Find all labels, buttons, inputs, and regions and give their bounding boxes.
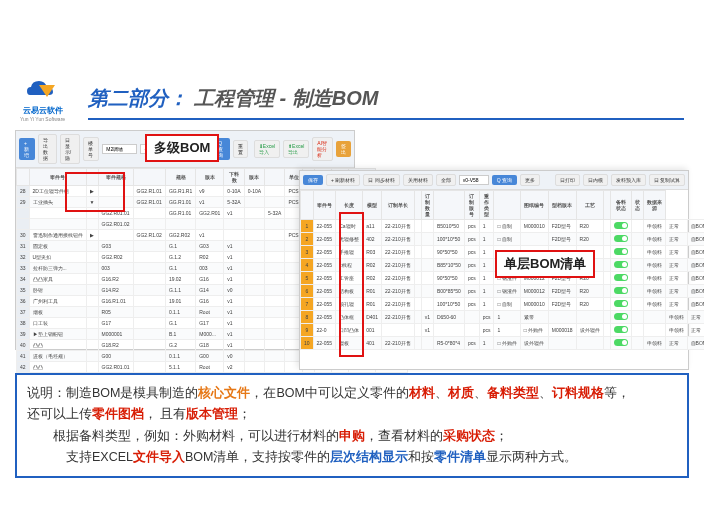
excel-import-button[interactable]: ⬇Excel导入	[254, 140, 280, 158]
toggle-switch[interactable]	[614, 235, 628, 242]
cloud-logo-icon	[25, 75, 61, 103]
export-button[interactable]: 导出数据	[38, 134, 57, 164]
material-button[interactable]: 关用材料	[403, 174, 433, 186]
table-row[interactable]: 222-055无辊修整40222-210开售100*10*50pcs1□ 自制F…	[301, 233, 705, 246]
fields-button[interactable]: 日 显示/隐	[60, 134, 80, 164]
col-header[interactable]: 版本	[244, 169, 264, 186]
toggle-switch[interactable]	[614, 248, 628, 255]
model-input[interactable]	[102, 144, 137, 154]
query2-button[interactable]: Q 查询	[492, 175, 517, 185]
col-header[interactable]: 规格	[165, 169, 195, 186]
col-header[interactable]	[433, 191, 464, 220]
col-header[interactable]	[301, 191, 314, 220]
checkout-button[interactable]: 签出	[336, 141, 351, 157]
toggle-switch[interactable]	[614, 313, 628, 320]
col-header[interactable]	[86, 169, 98, 186]
table-row[interactable]: 822-055凸体框D40122-210开售v1D650-60pcs1紧带申领料…	[301, 311, 705, 324]
table-row[interactable]: 622-055结构板R0122-210开售B00*85*50pcs1□ 钢渣件M…	[301, 285, 705, 298]
col-header[interactable]: 工艺	[576, 191, 603, 220]
col-header[interactable]: 重作类型	[479, 191, 494, 220]
logo-subtext: Yun Yi Yun Software	[15, 116, 70, 122]
table-row[interactable]: 922-0口凹凸体001v1pcs1□ 外购件M000018设外辊件申领料正常自…	[301, 324, 705, 337]
logo-text: 云易云软件	[15, 105, 70, 116]
col-header[interactable]: 图纸编号	[520, 191, 548, 220]
toggle-switch[interactable]	[614, 274, 628, 281]
col-header[interactable]: 订制版号	[464, 191, 479, 220]
version-input[interactable]	[459, 175, 489, 185]
inner-button[interactable]: 日内模	[583, 174, 608, 186]
ai-button[interactable]: AI智能分析	[312, 137, 333, 161]
sync-button[interactable]: 日 同步材料	[363, 174, 399, 186]
col-header[interactable]: 订制数量	[421, 191, 433, 220]
callout-multilevel-bom: 多级BOM	[145, 134, 219, 162]
toggle-switch[interactable]	[614, 287, 628, 294]
toggle-switch[interactable]	[614, 339, 628, 346]
col-header[interactable]	[133, 169, 165, 186]
toggle-switch[interactable]	[614, 261, 628, 268]
toggle-switch[interactable]	[614, 300, 628, 307]
col-header[interactable]: 型档版本	[548, 191, 576, 220]
page-title: 第二部分：工程管理 - 制造BOM	[88, 85, 684, 120]
print-button[interactable]: 日打印	[555, 174, 580, 186]
col-header[interactable]: 订制单长	[382, 191, 415, 220]
logo: 云易云软件 Yun Yi Yun Software	[15, 75, 70, 122]
col-header[interactable]: 零件号	[29, 169, 86, 186]
toggle-switch[interactable]	[614, 222, 628, 229]
save-button[interactable]: 保存	[303, 175, 323, 185]
table-row[interactable]: 1022-055辊板40122-210开售R5-0*80*4pcs1□ 外购件设…	[301, 337, 705, 350]
col-header[interactable]	[17, 169, 30, 186]
col-header[interactable]: 备料状态	[610, 191, 631, 220]
more-button[interactable]: 更多	[520, 174, 540, 186]
col-header[interactable]	[603, 191, 610, 220]
description-box: 说明：制造BOM是模具制造的核心文件，在BOM中可以定义零件的材料、材质、备料类…	[15, 373, 689, 478]
col-button[interactable]: 楼单号	[83, 137, 100, 161]
col-header[interactable]: 状态	[631, 191, 643, 220]
table-row[interactable]: 722-055顶孔辊R0122-210开售100*10*50pcs1□ 自制M0…	[301, 298, 705, 311]
all-button[interactable]: 全部	[436, 174, 456, 186]
reset-button[interactable]: 重置	[233, 140, 248, 158]
table-row[interactable]: 122-055Ca辊时a1122-210开售B5010*50pcs1□ 自制M0…	[301, 220, 705, 233]
col-header[interactable]	[414, 191, 421, 220]
col-header[interactable]: 数据来源	[643, 191, 665, 220]
col-header[interactable]: 横型	[363, 191, 382, 220]
excel-export-button[interactable]: ⬆Excel导出	[283, 140, 309, 158]
add-button[interactable]: + 新增	[19, 138, 35, 160]
right-toolbar: 保存 + 刷新材料 日 同步材料 关用材料 全部 Q 查询 更多 日打印 日内模…	[300, 171, 688, 190]
refresh-button[interactable]: + 刷新材料	[326, 174, 360, 186]
toggle-switch[interactable]	[614, 326, 628, 333]
col-header[interactable]: 零件号	[313, 191, 336, 220]
col-header[interactable]	[494, 191, 520, 220]
bom-list-panel: 保存 + 刷新材料 日 同步材料 关用材料 全部 Q 查询 更多 日打印 日内模…	[299, 170, 689, 370]
col-header[interactable]: 版本	[196, 169, 224, 186]
copy-button[interactable]: 日 复制试算	[649, 174, 685, 186]
col-header[interactable]	[265, 169, 285, 186]
col-header[interactable]: 下料数	[224, 169, 244, 186]
col-header[interactable]: 长度	[336, 191, 363, 220]
col-header[interactable]: 零件规格	[98, 169, 133, 186]
prestock-button[interactable]: 发料预入库	[611, 174, 646, 186]
callout-single-bom: 单层BOM清单	[495, 250, 595, 278]
